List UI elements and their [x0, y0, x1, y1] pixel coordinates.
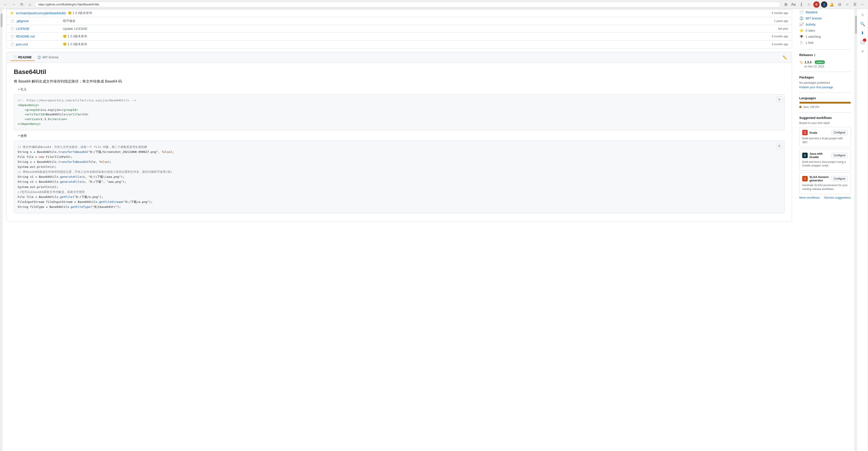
- suggested-workflows-section: Suggested workflows Based on your tech s…: [799, 116, 851, 199]
- releases-count: 1: [814, 53, 816, 57]
- edge-add-icon[interactable]: ＋: [859, 47, 867, 55]
- readme-intro-item: • 引入: [18, 88, 784, 92]
- collections-button[interactable]: ☰: [852, 1, 858, 8]
- sidebar-watching: 👁️ 1 watching: [799, 33, 851, 39]
- file-commit: 🙂1.3.3版本发布: [63, 42, 770, 47]
- java-lang-bar: [799, 102, 851, 103]
- favorites-button[interactable]: ☆: [806, 1, 812, 8]
- readme-link-label: Readme: [806, 10, 817, 14]
- sidebar-link-license[interactable]: ⚖️ MIT license: [799, 15, 851, 21]
- license-link-icon: ⚖️: [799, 16, 804, 20]
- sidebar-forks: 🍴 1 fork: [799, 39, 851, 46]
- readme-tab-label: README: [18, 55, 32, 59]
- bookmarks-button[interactable]: ☆: [844, 1, 850, 8]
- forks-label: 1 fork: [806, 41, 813, 44]
- languages-bar: [799, 102, 851, 103]
- watching-label: 1 watching: [806, 35, 821, 38]
- main-content: 📁 src/main/java/icu/xuyijie/base64utils …: [3, 9, 796, 451]
- address-bar[interactable]: [35, 2, 781, 7]
- file-time: 6 months ago: [772, 35, 788, 38]
- file-name[interactable]: src/main/java/icu/xuyijie/base64utils: [16, 11, 66, 15]
- copy-code-button[interactable]: ⎘: [776, 96, 782, 103]
- file-icon: 📄: [10, 27, 14, 31]
- file-name[interactable]: .gitignore: [16, 19, 61, 23]
- scrollbar-right[interactable]: [855, 9, 857, 451]
- more-button[interactable]: ⋯: [860, 1, 866, 8]
- aa-button[interactable]: Aa: [790, 1, 797, 8]
- right-scrollbar-thumb: [855, 16, 857, 34]
- slsa-configure-button[interactable]: Configure: [831, 176, 848, 181]
- languages-section: Languages Java 100.0%: [799, 96, 851, 109]
- file-commit: 🙂1.3.3版本发布: [63, 34, 770, 38]
- tab-license[interactable]: ⚖️ MIT license: [35, 54, 61, 61]
- java-lang-dot: [799, 106, 802, 108]
- content-area: 📁 src/main/java/icu/xuyijie/base64utils …: [3, 9, 855, 451]
- workflow-slsa: S SLSA Generic generator Configure Gener…: [799, 172, 851, 194]
- java-lang-percent: 100.0%: [810, 106, 819, 109]
- license-link-label: MIT license: [806, 17, 822, 20]
- dismiss-suggestions-link[interactable]: Dismiss suggestions: [824, 196, 851, 199]
- workflow-gradle-header: G Java with Gradle Configure: [802, 152, 848, 159]
- home-button[interactable]: ⌂: [27, 1, 33, 8]
- readme-usage-item: • 使用: [18, 134, 784, 138]
- scala-workflow-name: Scala: [809, 131, 829, 134]
- edit-readme-button[interactable]: ✏️: [782, 54, 788, 61]
- code-block-dependency: ⎘ <!-- https://mvnrepository.com/artifac…: [14, 94, 784, 130]
- folder-icon: 📁: [10, 11, 14, 15]
- file-name[interactable]: LICENSE: [16, 27, 61, 31]
- scala-workflow-desc: Build and test a Scala project with SBT.: [802, 137, 848, 144]
- workflow-slsa-header: S SLSA Generic generator Configure: [802, 175, 848, 182]
- forward-button[interactable]: →: [10, 1, 17, 8]
- sidebar-link-activity[interactable]: 📈 Activity: [799, 21, 851, 27]
- releases-section: Releases 1 🏷️ 1.3.3 Latest on Nov 23, 20…: [799, 53, 851, 68]
- profile-button[interactable]: B: [813, 1, 819, 8]
- readme-section: 📄 README ⚖️ MIT license ✏️ Base64Util 将 …: [6, 52, 792, 222]
- right-sidebar: 📄 Readme ⚖️ MIT license 📈 Activity ⭐ 0 s…: [796, 9, 855, 451]
- readme-link-icon: 📄: [799, 10, 804, 14]
- tag-icon: 🏷️: [799, 60, 803, 64]
- page-layout: 📁 src/main/java/icu/xuyijie/base64utils …: [0, 9, 868, 451]
- license-tab-icon: ⚖️: [37, 55, 41, 59]
- notifications-button[interactable]: 🔔: [829, 1, 835, 8]
- workflow-scala-header: S Scala Configure: [802, 130, 848, 135]
- sidebar-stars: ⭐ 0 stars: [799, 27, 851, 33]
- scala-configure-button[interactable]: Configure: [831, 130, 848, 135]
- sidebar-toggle-button[interactable]: ⊟: [836, 1, 843, 8]
- file-name[interactable]: pom.xml: [16, 42, 61, 46]
- edge-search-icon[interactable]: 🔍: [859, 20, 867, 28]
- gradle-configure-button[interactable]: Configure: [831, 153, 848, 158]
- scrollbar-left[interactable]: [0, 9, 3, 451]
- table-row: 📁 src/main/java/icu/xuyijie/base64utils …: [6, 9, 792, 17]
- license-tab-label: MIT license: [42, 55, 59, 59]
- releases-header: Releases 1: [799, 53, 851, 59]
- release-item[interactable]: 🏷️ 1.3.3 Latest: [799, 60, 851, 64]
- gradle-workflow-icon: G: [802, 153, 808, 158]
- file-commit: 细节修改: [63, 19, 772, 23]
- copy-usage-button[interactable]: ⎘: [776, 143, 782, 149]
- sidebar-link-readme[interactable]: 📄 Readme: [799, 9, 851, 15]
- browser-chrome: ← → ↻ ⌂ ⊞ Aa 𝄞 ☆ B 👤 🔔 ⊟ ☆ ☰ ⋯: [0, 0, 868, 9]
- code-usage-content: // 将文件编码成Base64，可传入文件全路径，或者一个 File 对象，第二…: [18, 145, 781, 209]
- java-lang-name: Java: [803, 106, 809, 109]
- file-icon: 📄: [10, 42, 14, 46]
- extensions-button[interactable]: ⊞: [782, 1, 789, 8]
- edge-history-icon[interactable]: 🕒: [859, 38, 867, 46]
- publish-package-link[interactable]: Publish your first package: [799, 86, 833, 89]
- profile-button2[interactable]: 👤: [821, 1, 827, 8]
- workflow-gradle: G Java with Gradle Configure Build and t…: [799, 149, 851, 171]
- sidebar-divider-3: [799, 92, 851, 93]
- read-aloud-button[interactable]: 𝄞: [798, 1, 804, 8]
- readme-tab-icon: 📄: [13, 55, 17, 59]
- more-workflows-link[interactable]: More workflows: [799, 196, 819, 199]
- back-button[interactable]: ←: [2, 1, 8, 8]
- scrollbar-thumb: [1, 13, 2, 27]
- edge-favorites-icon[interactable]: ☆: [859, 11, 867, 19]
- star-icon: ⭐: [799, 28, 804, 33]
- file-time: last year: [778, 27, 788, 30]
- tab-readme[interactable]: 📄 README: [10, 54, 35, 61]
- file-name[interactable]: README.md: [16, 35, 61, 38]
- workflows-footer: More workflows Dismiss suggestions: [799, 196, 851, 199]
- edge-downloads-icon[interactable]: ⬇: [859, 29, 867, 37]
- sidebar-divider-1: [799, 49, 851, 50]
- refresh-button[interactable]: ↻: [19, 1, 25, 8]
